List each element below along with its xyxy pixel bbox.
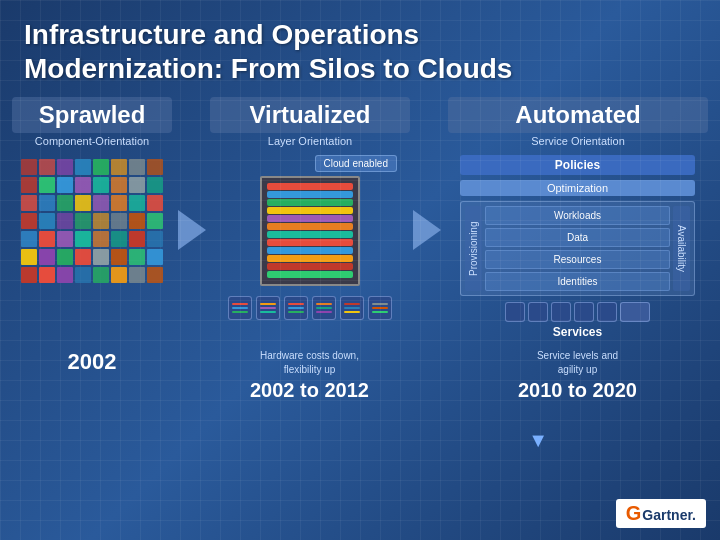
policies-badge: Policies: [460, 155, 695, 175]
optimization-badge: Optimization: [460, 180, 695, 196]
grid-cell: [21, 195, 37, 211]
grid-cell: [21, 177, 37, 193]
grid-cell: [57, 231, 73, 247]
virt-row: [267, 191, 353, 198]
grid-cell: [129, 213, 145, 229]
grid-cell: [111, 267, 127, 283]
automated-subtitle: Service Orientation: [448, 135, 708, 147]
automated-header-col: Automated Service Orientation: [448, 97, 708, 147]
auto-service-note: Service levels and agility up: [447, 349, 708, 377]
virt-col: Cloud enabled: [212, 155, 407, 320]
virt-row: [267, 223, 353, 230]
grid-cell: [39, 195, 55, 211]
mini-server-4: [312, 296, 336, 320]
grid-cell: [129, 267, 145, 283]
grid-cell: [111, 195, 127, 211]
slide: Infrastructure and Operations Modernizat…: [0, 0, 720, 540]
virt-row: [267, 271, 353, 278]
grid-cell: [147, 267, 163, 283]
grid-cell: [39, 249, 55, 265]
sprawled-header-col: Sprawled Component-Orientation: [12, 97, 172, 147]
sprawled-date: 2002: [12, 349, 172, 375]
title-line2: Modernization: From Silos to Clouds: [24, 53, 512, 84]
services-label: Services: [553, 325, 602, 339]
grid-cell: [93, 159, 109, 175]
availability-label: Availability: [673, 206, 690, 291]
grid-cell: [57, 195, 73, 211]
grid-cell: [93, 231, 109, 247]
grid-cell: [111, 249, 127, 265]
grid-cell: [93, 267, 109, 283]
grid-cell: [147, 231, 163, 247]
grid-cell: [39, 231, 55, 247]
workload-identities: Identities: [485, 272, 670, 291]
slide-title: Infrastructure and Operations Modernizat…: [24, 18, 696, 85]
svc-icon-6: [620, 302, 650, 322]
arrow2: [411, 210, 443, 250]
workload-data: Data: [485, 228, 670, 247]
grid-cell: [57, 249, 73, 265]
grid-cell: [147, 195, 163, 211]
grid-cell: [21, 213, 37, 229]
arrow1: [176, 210, 208, 250]
grid-cell: [111, 159, 127, 175]
virt-row: [267, 247, 353, 254]
gartner-text: Gartner.: [642, 507, 696, 523]
mini-server-row: [228, 296, 392, 320]
virt-server: [260, 176, 360, 286]
grid-cell: [21, 267, 37, 283]
virtualized-header-col: Virtualized Layer Orientation: [210, 97, 410, 147]
grid-cell: [147, 177, 163, 193]
grid-cell: [129, 195, 145, 211]
svc-icon-5: [597, 302, 617, 322]
virt-date: 2002 to 2012: [212, 379, 407, 402]
grid-cell: [147, 159, 163, 175]
workload-workloads: Workloads: [485, 206, 670, 225]
sprawled-date-col: 2002: [12, 349, 172, 402]
mini-server-3: [284, 296, 308, 320]
grid-cell: [57, 159, 73, 175]
grid-cell: [75, 177, 91, 193]
mini-server-2: [256, 296, 280, 320]
grid-cell: [57, 267, 73, 283]
grid-cell: [129, 249, 145, 265]
grid-cell: [93, 249, 109, 265]
svc-icon-3: [551, 302, 571, 322]
virt-row: [267, 255, 353, 262]
grid-cell: [75, 249, 91, 265]
svc-icon-1: [505, 302, 525, 322]
auto-date-col: Service levels and agility up 2010 to 20…: [447, 349, 708, 402]
grid-cell: [129, 231, 145, 247]
bottom-row: 2002 Hardware costs down, flexibility up…: [0, 339, 720, 402]
grid-cell: [57, 213, 73, 229]
grid-cell: [39, 213, 55, 229]
gartner-g: G: [626, 502, 642, 525]
grid-cell: [147, 249, 163, 265]
grid-cell: [93, 177, 109, 193]
cloud-badge: Cloud enabled: [315, 155, 398, 172]
services-down-arrow: ▼: [528, 430, 548, 450]
grid-cell: [93, 195, 109, 211]
auto-inner-panel: Provisioning Workloads Data Resources Id…: [460, 201, 695, 296]
grid-cell: [21, 231, 37, 247]
mini-server-5: [340, 296, 364, 320]
gartner-logo: G Gartner.: [616, 499, 706, 528]
sprawled-grid: [21, 159, 163, 283]
mini-server-1: [228, 296, 252, 320]
auto-col: Policies Optimization Provisioning Workl…: [447, 155, 708, 339]
grid-cell: [21, 249, 37, 265]
virt-row: [267, 263, 353, 270]
workloads-list: Workloads Data Resources Identities: [485, 206, 670, 291]
main-content: Cloud enabled: [0, 147, 720, 339]
virt-row: [267, 199, 353, 206]
grid-cell: [39, 159, 55, 175]
header: Infrastructure and Operations Modernizat…: [0, 0, 720, 97]
virt-row: [267, 207, 353, 214]
virt-hw-note: Hardware costs down, flexibility up: [212, 349, 407, 377]
sprawled-title: Sprawled: [12, 97, 172, 133]
virt-row: [267, 239, 353, 246]
grid-cell: [75, 195, 91, 211]
automated-title: Automated: [448, 97, 708, 133]
grid-cell: [75, 159, 91, 175]
grid-cell: [57, 177, 73, 193]
